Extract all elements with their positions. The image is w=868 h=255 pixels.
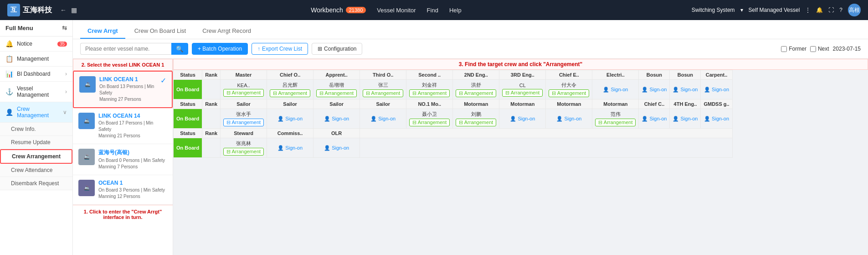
arrangement-btn-3rd-eng[interactable]: ⊟ Arrangement: [502, 89, 543, 97]
tab-crew-on-board[interactable]: Crew On Board List: [127, 24, 193, 39]
crew-submenu: Crew Info. Resume Update Crew Arrangemen…: [0, 123, 72, 190]
crew-bosun-1: 👤 Sign-on: [639, 80, 670, 99]
th-chief-c: Chief C..: [639, 99, 670, 109]
th-motorman-3: Motorman: [546, 99, 592, 109]
switching-system[interactable]: Switching System: [692, 7, 735, 13]
sign-on-bosun-1[interactable]: 👤 Sign-on: [642, 87, 667, 93]
crew-chief-c: 👤 Sign-on: [639, 109, 670, 129]
self-managed-vessel[interactable]: Self Managed Vessel: [749, 7, 800, 13]
batch-operation-button[interactable]: + Batch Operation: [192, 43, 248, 55]
sidebar-item-bi-dashboard[interactable]: 📊 BI Dashboard ›: [0, 67, 72, 82]
arrangement-btn-2nd-eng[interactable]: ⊟ Arrangement: [456, 89, 496, 97]
sign-on-olr[interactable]: 👤 Sign-on: [324, 145, 349, 151]
sidebar-item-disembark-request[interactable]: Disembark Request: [0, 177, 72, 190]
settings-icon[interactable]: ⋮: [805, 7, 811, 13]
vessel-monitor-link[interactable]: Vessel Monitor: [377, 7, 416, 14]
next-checkbox-label[interactable]: Next: [810, 46, 829, 52]
sign-on-bosun-2[interactable]: 👤 Sign-on: [673, 87, 698, 93]
arrangement-btn-second-o[interactable]: ⊟ Arrangement: [409, 89, 450, 97]
search-input[interactable]: [80, 43, 171, 55]
sidebar-item-crew-arrangement[interactable]: Crew Arrangement: [0, 149, 72, 164]
sidebar-management-label: Management: [17, 56, 49, 62]
crew-apprent: 岳增增 ⊟ Arrangement: [313, 80, 360, 99]
tab-crew-arrgt-record[interactable]: Crew Arrgt Record: [195, 24, 258, 39]
rank-cell-2: [202, 109, 221, 129]
crew-motorman-1: 刘鹏 ⊟ Arrangement: [453, 109, 499, 129]
sign-on-4th-eng[interactable]: 👤 Sign-on: [673, 116, 698, 122]
vessel-item-lanhai[interactable]: 🚢 蓝海号(高银) On Board 0 Persons | Min Safet…: [73, 144, 173, 175]
export-crew-button[interactable]: ↑ Export Crew List: [252, 43, 308, 55]
date-display: 2023-07-15: [833, 46, 861, 52]
former-checkbox[interactable]: [781, 46, 787, 52]
arrangement-btn-master[interactable]: ⊟ Arrangement: [223, 89, 264, 97]
arrangement-btn-no1mo[interactable]: ⊟ Arrangement: [409, 119, 450, 126]
crew-cell-second-o: 刘金祥 ⊟ Arrangement: [409, 82, 450, 97]
sidebar-header: Full Menu ⇆: [0, 20, 72, 36]
arrangement-btn-chief-e[interactable]: ⊟ Arrangement: [549, 89, 589, 97]
configuration-button[interactable]: ⊞ Configuration: [312, 43, 362, 55]
main-layout: Full Menu ⇆ 🔔 Notice 35 📋 Management 📊 B…: [0, 20, 868, 255]
crew-mgmt-icon: 👤: [5, 109, 13, 116]
crew-cell-3rd-eng: CL ⊟ Arrangement: [502, 83, 543, 97]
management-icon: 📋: [5, 55, 13, 62]
next-checkbox[interactable]: [810, 46, 816, 52]
vessel-details-1: On Board 13 Persons | Min SafetyManning …: [99, 83, 157, 103]
arrangement-btn-sailor-1[interactable]: ⊟ Arrangement: [223, 119, 264, 126]
crew-motorman-3: 👤 Sign-on: [546, 109, 592, 129]
notification-icon[interactable]: 🔔: [816, 7, 823, 13]
sign-on-electri[interactable]: 👤 Sign-on: [603, 87, 628, 93]
status-on-board-3: On Board: [174, 138, 202, 158]
body-panel: 2. Select the vessel LINK OCEAN 1 🚢 LINK…: [73, 59, 868, 255]
sign-on-commiss[interactable]: 👤 Sign-on: [277, 145, 303, 151]
expand-icon[interactable]: ⛶: [828, 7, 834, 13]
sign-on-sailor-2[interactable]: 👤 Sign-on: [277, 116, 303, 122]
crew-electri: 👤 Sign-on: [592, 80, 639, 99]
crew-sailor-3: 👤 Sign-on: [313, 109, 360, 129]
find-link[interactable]: Find: [427, 7, 438, 14]
crew-cell-no1mo: 聂小卫 ⊟ Arrangement: [409, 111, 450, 126]
arrangement-btn-motorman-1[interactable]: ⊟ Arrangement: [456, 119, 496, 126]
question-icon[interactable]: ?: [839, 7, 842, 13]
th-bosun-1: Bosun: [639, 70, 670, 80]
sidebar-item-crew-attendance[interactable]: Crew Attendance: [0, 164, 72, 177]
arrangement-btn-motorman-4[interactable]: ⊟ Arrangement: [595, 119, 636, 126]
former-checkbox-label[interactable]: Former: [781, 46, 806, 52]
sidebar-item-management[interactable]: 📋 Management: [0, 52, 72, 67]
th-status-3: Status: [174, 129, 202, 138]
step2-annotation: 2. Select the vessel LINK OCEAN 1: [73, 59, 173, 71]
sidebar-item-crew-management[interactable]: 👤 Crew Management ∨: [0, 102, 72, 123]
config-icon: ⊞: [318, 46, 322, 52]
sign-on-sailor-3[interactable]: 👤 Sign-on: [324, 116, 349, 122]
vessel-details-4: On Board 3 Persons | Min SafetyManning 1…: [98, 187, 167, 200]
avatar[interactable]: 高根: [848, 4, 861, 16]
sidebar-item-vessel-management[interactable]: ⚓ Vessel Management ›: [0, 82, 72, 102]
vessel-item-ocean-1[interactable]: 🚢 OCEAN 1 On Board 3 Persons | Min Safet…: [73, 175, 173, 205]
sign-on-sailor-4[interactable]: 👤 Sign-on: [370, 116, 395, 122]
vessel-item-link-ocean-14[interactable]: 🚢 LINK OCEAN 14 On Board 17 Persons | Mi…: [73, 108, 173, 144]
vessel-item-link-ocean-1[interactable]: 🚢 LINK OCEAN 1 On Board 13 Persons | Min…: [73, 71, 173, 108]
menu-toggle-icon[interactable]: ⇆: [62, 25, 67, 31]
sidebar-item-resume-update[interactable]: Resume Update: [0, 136, 72, 149]
sign-on-motorman-3[interactable]: 👤 Sign-on: [556, 116, 581, 122]
notice-icon: 🔔: [5, 40, 13, 47]
workbench-link[interactable]: Workbench 21380: [311, 6, 366, 14]
back-icon[interactable]: ←: [60, 6, 67, 14]
vessel-name-4: OCEAN 1: [98, 180, 167, 186]
sign-on-motorman-2[interactable]: 👤 Sign-on: [510, 116, 535, 122]
grid-icon[interactable]: ▦: [71, 6, 77, 14]
search-button[interactable]: 🔍: [171, 43, 188, 55]
arrangement-btn-steward[interactable]: ⊟ Arrangement: [223, 148, 264, 156]
arrangement-btn-third-o[interactable]: ⊟ Arrangement: [363, 89, 403, 97]
arrangement-btn-chief-o[interactable]: ⊟ Arrangement: [270, 89, 310, 97]
sign-on-chief-c[interactable]: 👤 Sign-on: [642, 116, 667, 122]
help-link[interactable]: Help: [449, 7, 462, 14]
crew-bosun-2: 👤 Sign-on: [670, 80, 701, 99]
tab-crew-arrgt[interactable]: Crew Arrgt: [80, 24, 125, 39]
sidebar-item-crew-info[interactable]: Crew Info.: [0, 123, 72, 136]
arrangement-btn-apprent[interactable]: ⊟ Arrangement: [316, 89, 357, 97]
th-sailor-1: Sailor: [221, 99, 267, 109]
sign-on-gmdss[interactable]: 👤 Sign-on: [704, 116, 729, 122]
th-second-o: Second ..: [406, 70, 453, 80]
sign-on-carpent[interactable]: 👤 Sign-on: [704, 87, 729, 93]
sidebar-item-notice[interactable]: 🔔 Notice 35: [0, 36, 72, 52]
